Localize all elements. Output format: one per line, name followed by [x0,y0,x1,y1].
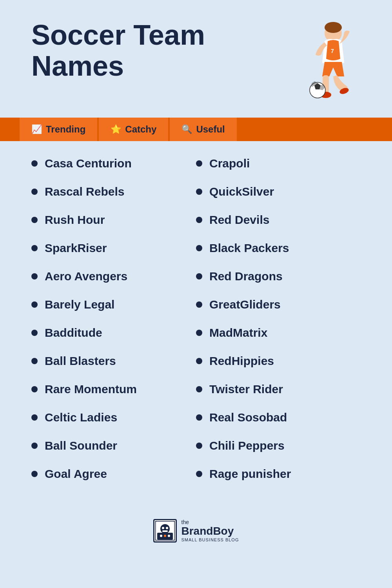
player-illustration: 7 [282,16,361,110]
list-item: QuickSilver [196,185,361,198]
list-item: Black Packers [196,241,361,255]
svg-point-19 [168,535,170,537]
svg-point-12 [160,524,170,534]
bullet-icon [196,471,202,477]
team-name: Casa Centurion [45,157,132,170]
svg-text:7: 7 [331,48,334,54]
team-name: Crapoli [209,157,250,170]
brand-sub-text: SMALL BUSINESS BLOG [181,537,239,542]
list-item: Ball Sounder [31,439,196,452]
svg-point-18 [164,535,166,537]
bullet-icon [196,217,202,223]
list-item: SparkRiser [31,241,196,255]
list-item: Real Sosobad [196,411,361,424]
bullet-icon [31,189,38,195]
team-name: Rascal Rebels [45,185,124,198]
team-name: Black Packers [209,241,289,255]
right-list: CrapoliQuickSilverRed DevilsBlack Packer… [196,157,361,495]
list-item: Red Dragons [196,270,361,283]
team-name: Goal Agree [45,467,107,481]
team-name: SparkRiser [45,241,107,255]
tab-useful[interactable]: 🔍 Useful [170,118,236,141]
left-list: Casa CenturionRascal RebelsRush HourSpar… [31,157,196,495]
svg-point-13 [162,527,164,529]
bullet-icon [31,217,38,223]
list-item: Goal Agree [31,467,196,481]
list-item: Rage punisher [196,467,361,481]
tab-trending-label: Trending [46,124,85,135]
svg-point-17 [160,535,162,537]
list-item: Rare Momentum [31,383,196,396]
bullet-icon [196,273,202,279]
bullet-icon [31,245,38,251]
list-item: RedHippies [196,354,361,368]
page-wrapper: Soccer Team Names 7 [0,0,392,588]
team-name: Red Dragons [209,270,283,283]
list-item: Red Devils [196,213,361,227]
list-item: Badditude [31,326,196,339]
svg-point-14 [166,527,168,529]
list-item: Chili Peppers [196,439,361,452]
bullet-icon [196,414,202,421]
bullet-icon [31,330,38,336]
bullet-icon [196,443,202,449]
bullet-icon [196,330,202,336]
brand-the-text: the [181,519,239,525]
team-name: Aero Avengers [45,270,127,283]
list-item: Barely Legal [31,298,196,311]
catchy-icon: ⭐ [111,124,121,134]
team-name: QuickSilver [209,185,274,198]
brand-name-text: BrandBoy [181,525,239,537]
list-item: Aero Avengers [31,270,196,283]
team-name: Ball Sounder [45,439,117,452]
footer: the BrandBoy SMALL BUSINESS BLOG [0,511,392,554]
bullet-icon [31,301,38,308]
tab-catchy[interactable]: ⭐ Catchy [99,118,168,141]
list-item: GreatGliders [196,298,361,311]
bullet-icon [196,160,202,167]
nav-left-accent [0,118,20,141]
bullet-icon [196,358,202,364]
brand-text-block: the BrandBoy SMALL BUSINESS BLOG [181,519,239,542]
title-block: Soccer Team Names [31,20,282,82]
list-item: Rush Hour [31,213,196,227]
bullet-icon [31,273,38,279]
bullet-icon [31,358,38,364]
bullet-icon [196,386,202,392]
header: Soccer Team Names 7 [0,0,392,118]
svg-rect-15 [162,530,168,532]
team-name: MadMatrix [209,326,267,339]
bullet-icon [31,386,38,392]
list-item: MadMatrix [196,326,361,339]
trending-icon: 📈 [31,124,42,134]
list-item: Crapoli [196,157,361,170]
team-name: Rare Momentum [45,383,137,396]
main-content: Casa CenturionRascal RebelsRush HourSpar… [0,141,392,511]
list-item: Rascal Rebels [31,185,196,198]
tab-trending[interactable]: 📈 Trending [20,118,97,141]
list-item: Ball Blasters [31,354,196,368]
bullet-icon [196,189,202,195]
team-name: RedHippies [209,354,274,368]
list-columns: Casa CenturionRascal RebelsRush HourSpar… [31,157,361,495]
nav-right-accent [238,118,392,141]
team-name: Rush Hour [45,213,105,227]
svg-point-1 [325,22,342,33]
bullet-icon [31,160,38,167]
bullet-icon [31,471,38,477]
team-name: Real Sosobad [209,411,287,424]
bullet-icon [196,245,202,251]
bullet-icon [196,301,202,308]
list-item: Casa Centurion [31,157,196,170]
team-name: Red Devils [209,213,269,227]
tab-catchy-label: Catchy [125,124,156,135]
team-name: Badditude [45,326,102,339]
team-name: Rage punisher [209,467,291,481]
list-item: Celtic Ladies [31,411,196,424]
tab-useful-label: Useful [196,124,225,135]
team-name: Chili Peppers [209,439,285,452]
team-name: Barely Legal [45,298,114,311]
team-name: Celtic Ladies [45,411,117,424]
team-name: Ball Blasters [45,354,116,368]
nav-tabs: 📈 Trending ⭐ Catchy 🔍 Useful [0,118,392,141]
